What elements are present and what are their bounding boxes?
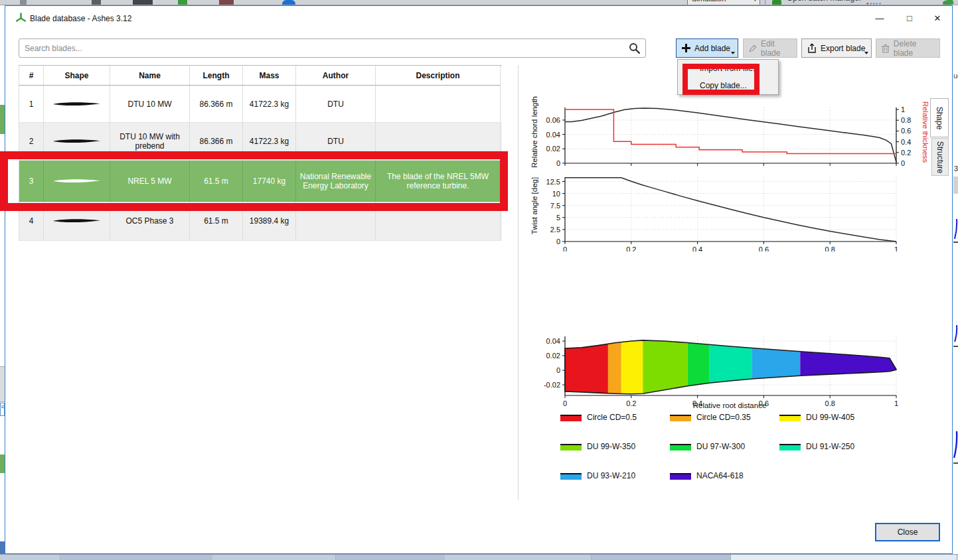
legend-item: DU 99-W-405 (779, 413, 889, 423)
svg-text:5: 5 (556, 214, 560, 222)
background-toolbar: Simulation ▾ Open batch manager ●●●●● (0, 0, 958, 5)
toolbar-separator (765, 0, 765, 5)
menu-item-copy-blade[interactable]: Copy blade... (678, 77, 778, 94)
dialog-titlebar[interactable]: Blade database - Ashes 3.12 — □ ✕ (5, 6, 952, 30)
add-blade-menu: Import from file... Copy blade... (677, 59, 779, 95)
add-blade-dropdown-arrow[interactable] (731, 52, 735, 54)
blade-table: #ShapeNameLengthMassAuthorDescription 1D… (19, 65, 502, 241)
airfoil-legend: Circle CD=0.5Circle CD=0.35DU 99-W-405DU… (560, 413, 889, 482)
background-bottom-segment (60, 555, 212, 560)
background-bottom-segment (730, 555, 956, 560)
cell-mass: 41722.3 kg (243, 123, 296, 161)
cell-description: The blade of the NREL 5MW reference turb… (376, 161, 501, 202)
simulation-dropdown[interactable]: Simulation ▾ (687, 0, 760, 5)
plus-icon (682, 44, 690, 52)
svg-text:2.5: 2.5 (550, 226, 560, 234)
legend-swatch (560, 415, 582, 421)
panel-splitter[interactable] (518, 65, 519, 500)
cell-description (376, 202, 501, 241)
legend-item: DU 97-W-300 (670, 442, 779, 453)
ashes-rotor-icon (15, 13, 27, 24)
cell-shape (44, 86, 110, 123)
legend-item: DU 99-W-350 (560, 442, 670, 453)
column-header-name: Name (110, 66, 190, 86)
x-axis-label-planform: Relative root distance (643, 401, 816, 409)
export-blade-button[interactable]: Export blade (801, 38, 872, 58)
tab-shape[interactable]: Shape (930, 98, 949, 137)
svg-text:0: 0 (901, 159, 905, 167)
export-blade-label: Export blade (821, 44, 865, 53)
background-chart-fragment (953, 199, 958, 478)
background-bottom-strip (0, 554, 958, 560)
svg-text:0.8: 0.8 (825, 245, 835, 251)
export-blade-dropdown-arrow[interactable] (864, 52, 868, 54)
cell-shape (44, 202, 110, 241)
cell-author: DTU (296, 123, 376, 161)
table-row[interactable]: 4OC5 Phase 361.5 m19389.4 kg (19, 202, 502, 241)
legend-item: NACA64-618 (670, 471, 779, 482)
cell-author: National Renewable Energy Laboratory (296, 161, 376, 202)
tab-shape-label: Shape (935, 106, 944, 129)
maximize-button[interactable]: □ (898, 10, 921, 27)
table-row[interactable]: 1DTU 10 MW86.366 m41722.3 kgDTU (19, 86, 502, 123)
search-icon[interactable] (628, 42, 641, 55)
planform-chart: 00.20.40.60.81-0.0200.020.04 (524, 323, 922, 413)
background-bottom-segment (335, 555, 445, 560)
column-header--: # (19, 66, 44, 86)
svg-text:7.5: 7.5 (550, 202, 560, 210)
open-batch-manager-button[interactable]: Open batch manager (787, 0, 862, 3)
tab-structure[interactable]: Structure (931, 138, 949, 176)
y2-axis-label-thickness: Relative thickness (921, 89, 929, 175)
svg-text:0.06: 0.06 (546, 116, 560, 124)
svg-text:0.4: 0.4 (692, 245, 702, 251)
delete-blade-button: Delete blade (876, 38, 940, 58)
svg-text:0.4: 0.4 (901, 138, 911, 146)
cell-number: 1 (19, 86, 44, 123)
column-header-shape: Shape (44, 66, 110, 86)
add-blade-label: Add blade (694, 44, 730, 53)
close-window-button[interactable]: ✕ (926, 10, 949, 27)
legend-label: DU 99-W-405 (806, 413, 854, 422)
svg-text:0.04: 0.04 (546, 337, 560, 345)
svg-text:1: 1 (894, 245, 898, 251)
cell-description (376, 123, 501, 161)
minimize-button[interactable]: — (868, 10, 891, 27)
menu-item-import-from-file[interactable]: Import from file... (678, 60, 778, 77)
background-left-fragment (0, 455, 5, 473)
blade-shape-thumbnail (51, 217, 103, 225)
legend-swatch (560, 473, 582, 480)
svg-text:0.8: 0.8 (901, 116, 911, 124)
svg-text:1: 1 (901, 105, 905, 113)
legend-label: DU 97-W-300 (696, 442, 745, 451)
table-row[interactable]: 2DTU 10 MW with prebend86.366 m41722.3 k… (19, 123, 502, 161)
svg-text:-0.02: -0.02 (544, 381, 560, 389)
table-header-row: #ShapeNameLengthMassAuthorDescription (19, 66, 502, 86)
svg-text:1: 1 (894, 399, 898, 407)
legend-label: DU 99-W-350 (587, 442, 635, 451)
background-toolbar-icon (178, 0, 187, 5)
add-blade-button[interactable]: Add blade (676, 38, 738, 58)
cell-description (376, 86, 501, 123)
background-bottom-segment (591, 555, 730, 560)
batch-manager-icon (772, 0, 781, 5)
svg-text:0: 0 (563, 245, 567, 251)
cell-name: OC5 Phase 3 (110, 202, 190, 241)
svg-text:0.6: 0.6 (901, 127, 911, 135)
cell-length: 61.5 m (190, 161, 243, 202)
background-toolbar-icon (133, 0, 153, 5)
table-row[interactable]: 3NREL 5 MW61.5 m17740 kgNational Renewab… (19, 161, 502, 202)
search-input[interactable] (25, 39, 622, 57)
trash-icon (882, 44, 890, 53)
svg-text:0.2: 0.2 (901, 149, 911, 157)
column-header-description: Description (376, 66, 501, 86)
close-button[interactable]: Close (875, 523, 940, 541)
background-toolbar-icon (282, 0, 295, 5)
background-left-fragment (0, 105, 5, 134)
svg-text:0.8: 0.8 (825, 399, 835, 407)
background-logo-fragment (942, 0, 954, 5)
cell-length: 61.5 m (190, 202, 243, 241)
cell-author: DTU (296, 86, 376, 123)
blade-shape-thumbnail (51, 137, 103, 145)
svg-text:10: 10 (552, 190, 560, 198)
svg-text:0: 0 (556, 366, 560, 374)
